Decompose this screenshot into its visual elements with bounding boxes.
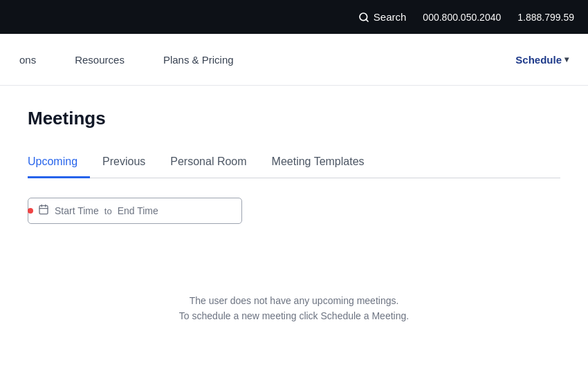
tab-upcoming[interactable]: Upcoming [28, 149, 90, 178]
svg-rect-2 [39, 206, 48, 214]
chevron-down-icon: ▾ [564, 55, 569, 64]
date-range-separator: to [104, 206, 112, 216]
main-content: Meetings Upcoming Previous Personal Room… [0, 86, 588, 366]
nav-bar: ons Resources Plans & Pricing Schedule ▾ [0, 34, 588, 86]
tab-previous[interactable]: Previous [102, 149, 158, 178]
phone-number-2: 1.888.799.59 [517, 12, 574, 23]
nav-item-plans[interactable]: Plans & Pricing [144, 34, 253, 85]
schedule-button[interactable]: Schedule ▾ [496, 34, 588, 85]
calendar-icon [38, 204, 49, 218]
empty-state-line1: The user does not have any upcoming meet… [190, 293, 399, 308]
search-icon [358, 12, 369, 23]
tabs-container: Upcoming Previous Personal Room Meeting … [28, 149, 560, 178]
page-title: Meetings [28, 108, 560, 129]
svg-line-1 [366, 19, 368, 21]
nav-items: ons Resources Plans & Pricing Schedule ▾ [0, 34, 588, 85]
nav-item-solutions[interactable]: ons [0, 34, 55, 85]
nav-item-resources[interactable]: Resources [55, 34, 144, 85]
date-range-wrapper: Start Time to End Time [28, 198, 560, 224]
start-time-label: Start Time [55, 205, 99, 216]
empty-state: The user does not have any upcoming meet… [28, 265, 560, 338]
notification-dot [28, 208, 33, 214]
end-time-label: End Time [118, 205, 158, 216]
empty-state-line2: To schedule a new meeting click Schedule… [179, 308, 409, 323]
tab-personal-room[interactable]: Personal Room [170, 149, 259, 178]
search-label: Search [374, 11, 407, 23]
top-bar: Search 000.800.050.2040 1.888.799.59 [0, 0, 588, 34]
date-range-picker[interactable]: Start Time to End Time [28, 198, 242, 224]
search-button[interactable]: Search [358, 11, 407, 23]
phone-number-1: 000.800.050.2040 [423, 12, 501, 23]
date-range-text: Start Time to End Time [55, 205, 158, 216]
tab-meeting-templates[interactable]: Meeting Templates [272, 149, 377, 178]
